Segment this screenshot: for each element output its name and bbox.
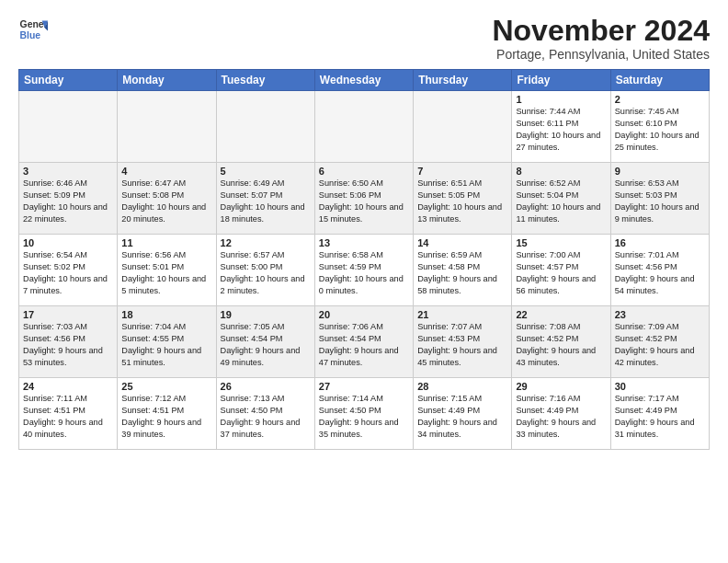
table-row: 14Sunrise: 6:59 AMSunset: 4:58 PMDayligh… — [414, 235, 512, 306]
table-row: 1Sunrise: 7:44 AMSunset: 6:11 PMDaylight… — [512, 91, 610, 163]
col-sunday: Sunday — [19, 70, 118, 91]
calendar-week-row: 1Sunrise: 7:44 AMSunset: 6:11 PMDaylight… — [19, 91, 710, 163]
day-number: 20 — [319, 309, 409, 320]
location-subtitle: Portage, Pennsylvania, United States — [492, 47, 710, 62]
table-row: 16Sunrise: 7:01 AMSunset: 4:56 PMDayligh… — [610, 235, 709, 306]
table-row — [414, 91, 512, 163]
logo: General Blue — [18, 15, 48, 44]
month-title: November 2024 — [492, 15, 710, 47]
table-row: 20Sunrise: 7:06 AMSunset: 4:54 PMDayligh… — [314, 306, 413, 378]
calendar-header-row: Sunday Monday Tuesday Wednesday Thursday… — [19, 70, 710, 91]
table-row: 5Sunrise: 6:49 AMSunset: 5:07 PMDaylight… — [216, 163, 314, 235]
day-info: Sunrise: 7:12 AMSunset: 4:51 PMDaylight:… — [121, 393, 211, 441]
col-monday: Monday — [118, 70, 216, 91]
table-row: 3Sunrise: 6:46 AMSunset: 5:09 PMDaylight… — [19, 163, 118, 235]
day-number: 26 — [221, 381, 311, 392]
day-info: Sunrise: 6:58 AMSunset: 4:59 PMDaylight:… — [319, 249, 409, 297]
col-wednesday: Wednesday — [314, 70, 413, 91]
day-number: 22 — [516, 309, 606, 320]
day-info: Sunrise: 6:49 AMSunset: 5:07 PMDaylight:… — [221, 178, 311, 225]
day-number: 6 — [319, 166, 409, 177]
day-info: Sunrise: 7:04 AMSunset: 4:55 PMDaylight:… — [121, 321, 211, 369]
table-row: 11Sunrise: 6:56 AMSunset: 5:01 PMDayligh… — [118, 235, 216, 306]
calendar-table: Sunday Monday Tuesday Wednesday Thursday… — [18, 69, 710, 450]
table-row: 13Sunrise: 6:58 AMSunset: 4:59 PMDayligh… — [314, 235, 413, 306]
day-info: Sunrise: 7:15 AMSunset: 4:49 PMDaylight:… — [417, 393, 507, 441]
day-info: Sunrise: 6:50 AMSunset: 5:06 PMDaylight:… — [319, 178, 409, 225]
day-number: 5 — [221, 166, 311, 177]
day-info: Sunrise: 7:08 AMSunset: 4:52 PMDaylight:… — [516, 321, 606, 369]
table-row: 19Sunrise: 7:05 AMSunset: 4:54 PMDayligh… — [216, 306, 314, 378]
table-row: 15Sunrise: 7:00 AMSunset: 4:57 PMDayligh… — [512, 235, 610, 306]
table-row: 27Sunrise: 7:14 AMSunset: 4:50 PMDayligh… — [314, 378, 413, 450]
table-row: 23Sunrise: 7:09 AMSunset: 4:52 PMDayligh… — [610, 306, 709, 378]
svg-text:Blue: Blue — [20, 30, 41, 40]
table-row: 7Sunrise: 6:51 AMSunset: 5:05 PMDaylight… — [414, 163, 512, 235]
table-row: 9Sunrise: 6:53 AMSunset: 5:03 PMDaylight… — [610, 163, 709, 235]
day-number: 21 — [417, 309, 507, 320]
day-info: Sunrise: 6:46 AMSunset: 5:09 PMDaylight:… — [23, 178, 113, 225]
day-info: Sunrise: 7:13 AMSunset: 4:50 PMDaylight:… — [221, 393, 311, 441]
day-number: 4 — [121, 166, 211, 177]
day-number: 15 — [516, 237, 606, 248]
day-number: 18 — [121, 309, 211, 320]
day-number: 3 — [23, 166, 113, 177]
day-number: 10 — [23, 237, 113, 248]
table-row — [314, 91, 413, 163]
table-row: 21Sunrise: 7:07 AMSunset: 4:53 PMDayligh… — [414, 306, 512, 378]
calendar-week-row: 3Sunrise: 6:46 AMSunset: 5:09 PMDaylight… — [19, 163, 710, 235]
table-row: 12Sunrise: 6:57 AMSunset: 5:00 PMDayligh… — [216, 235, 314, 306]
day-number: 19 — [221, 309, 311, 320]
day-number: 12 — [221, 237, 311, 248]
day-info: Sunrise: 6:51 AMSunset: 5:05 PMDaylight:… — [417, 178, 507, 225]
day-number: 30 — [615, 381, 705, 392]
day-info: Sunrise: 6:47 AMSunset: 5:08 PMDaylight:… — [121, 178, 211, 225]
calendar-week-row: 24Sunrise: 7:11 AMSunset: 4:51 PMDayligh… — [19, 378, 710, 450]
day-number: 7 — [417, 166, 507, 177]
table-row: 17Sunrise: 7:03 AMSunset: 4:56 PMDayligh… — [19, 306, 118, 378]
day-info: Sunrise: 7:11 AMSunset: 4:51 PMDaylight:… — [23, 393, 113, 441]
calendar-week-row: 17Sunrise: 7:03 AMSunset: 4:56 PMDayligh… — [19, 306, 710, 378]
day-info: Sunrise: 6:56 AMSunset: 5:01 PMDaylight:… — [121, 249, 211, 297]
table-row: 30Sunrise: 7:17 AMSunset: 4:49 PMDayligh… — [610, 378, 709, 450]
day-number: 1 — [516, 94, 606, 105]
table-row: 26Sunrise: 7:13 AMSunset: 4:50 PMDayligh… — [216, 378, 314, 450]
day-info: Sunrise: 7:01 AMSunset: 4:56 PMDaylight:… — [615, 249, 705, 297]
day-number: 25 — [121, 381, 211, 392]
col-thursday: Thursday — [414, 70, 512, 91]
logo-icon: General Blue — [18, 15, 48, 44]
day-number: 8 — [516, 166, 606, 177]
day-info: Sunrise: 7:05 AMSunset: 4:54 PMDaylight:… — [221, 321, 311, 369]
table-row — [19, 91, 118, 163]
table-row — [118, 91, 216, 163]
day-info: Sunrise: 6:59 AMSunset: 4:58 PMDaylight:… — [417, 249, 507, 297]
day-info: Sunrise: 6:57 AMSunset: 5:00 PMDaylight:… — [221, 249, 311, 297]
header: General Blue November 2024 Portage, Penn… — [18, 15, 710, 62]
day-info: Sunrise: 7:09 AMSunset: 4:52 PMDaylight:… — [615, 321, 705, 369]
table-row: 29Sunrise: 7:16 AMSunset: 4:49 PMDayligh… — [512, 378, 610, 450]
day-number: 28 — [417, 381, 507, 392]
day-info: Sunrise: 7:45 AMSunset: 6:10 PMDaylight:… — [615, 106, 705, 154]
day-number: 2 — [615, 94, 705, 105]
table-row — [216, 91, 314, 163]
day-info: Sunrise: 7:07 AMSunset: 4:53 PMDaylight:… — [417, 321, 507, 369]
day-number: 24 — [23, 381, 113, 392]
col-saturday: Saturday — [610, 70, 709, 91]
day-number: 9 — [615, 166, 705, 177]
col-tuesday: Tuesday — [216, 70, 314, 91]
day-info: Sunrise: 7:14 AMSunset: 4:50 PMDaylight:… — [319, 393, 409, 441]
table-row: 28Sunrise: 7:15 AMSunset: 4:49 PMDayligh… — [414, 378, 512, 450]
day-number: 16 — [615, 237, 705, 248]
day-number: 13 — [319, 237, 409, 248]
table-row: 6Sunrise: 6:50 AMSunset: 5:06 PMDaylight… — [314, 163, 413, 235]
table-row: 2Sunrise: 7:45 AMSunset: 6:10 PMDaylight… — [610, 91, 709, 163]
day-info: Sunrise: 7:00 AMSunset: 4:57 PMDaylight:… — [516, 249, 606, 297]
title-area: November 2024 Portage, Pennsylvania, Uni… — [492, 15, 710, 62]
table-row: 4Sunrise: 6:47 AMSunset: 5:08 PMDaylight… — [118, 163, 216, 235]
day-info: Sunrise: 6:52 AMSunset: 5:04 PMDaylight:… — [516, 178, 606, 225]
table-row: 10Sunrise: 6:54 AMSunset: 5:02 PMDayligh… — [19, 235, 118, 306]
day-number: 23 — [615, 309, 705, 320]
table-row: 25Sunrise: 7:12 AMSunset: 4:51 PMDayligh… — [118, 378, 216, 450]
table-row: 24Sunrise: 7:11 AMSunset: 4:51 PMDayligh… — [19, 378, 118, 450]
day-info: Sunrise: 7:17 AMSunset: 4:49 PMDaylight:… — [615, 393, 705, 441]
